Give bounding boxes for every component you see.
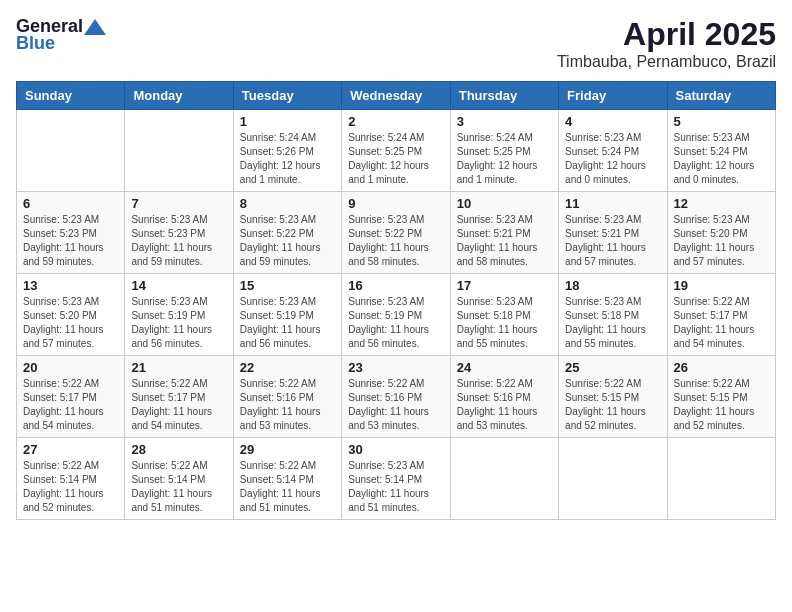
weekday-header-wednesday: Wednesday (342, 82, 450, 110)
weekday-header-tuesday: Tuesday (233, 82, 341, 110)
day-number: 22 (240, 360, 335, 375)
month-title: April 2025 (557, 16, 776, 53)
calendar-cell: 7Sunrise: 5:23 AM Sunset: 5:23 PM Daylig… (125, 192, 233, 274)
day-number: 25 (565, 360, 660, 375)
svg-marker-0 (84, 19, 106, 35)
day-info: Sunrise: 5:24 AM Sunset: 5:25 PM Dayligh… (457, 131, 552, 187)
calendar-cell: 19Sunrise: 5:22 AM Sunset: 5:17 PM Dayli… (667, 274, 775, 356)
logo-blue-text: Blue (16, 33, 55, 54)
calendar-cell: 23Sunrise: 5:22 AM Sunset: 5:16 PM Dayli… (342, 356, 450, 438)
day-info: Sunrise: 5:23 AM Sunset: 5:19 PM Dayligh… (348, 295, 443, 351)
day-number: 12 (674, 196, 769, 211)
day-info: Sunrise: 5:23 AM Sunset: 5:14 PM Dayligh… (348, 459, 443, 515)
day-info: Sunrise: 5:23 AM Sunset: 5:22 PM Dayligh… (240, 213, 335, 269)
calendar-cell: 21Sunrise: 5:22 AM Sunset: 5:17 PM Dayli… (125, 356, 233, 438)
day-number: 27 (23, 442, 118, 457)
calendar-week-2: 6Sunrise: 5:23 AM Sunset: 5:23 PM Daylig… (17, 192, 776, 274)
day-info: Sunrise: 5:23 AM Sunset: 5:20 PM Dayligh… (674, 213, 769, 269)
day-info: Sunrise: 5:23 AM Sunset: 5:24 PM Dayligh… (565, 131, 660, 187)
calendar-cell: 2Sunrise: 5:24 AM Sunset: 5:25 PM Daylig… (342, 110, 450, 192)
calendar-cell: 22Sunrise: 5:22 AM Sunset: 5:16 PM Dayli… (233, 356, 341, 438)
day-info: Sunrise: 5:23 AM Sunset: 5:18 PM Dayligh… (457, 295, 552, 351)
day-number: 3 (457, 114, 552, 129)
day-info: Sunrise: 5:23 AM Sunset: 5:21 PM Dayligh… (565, 213, 660, 269)
day-info: Sunrise: 5:22 AM Sunset: 5:16 PM Dayligh… (240, 377, 335, 433)
calendar-cell (559, 438, 667, 520)
day-info: Sunrise: 5:23 AM Sunset: 5:18 PM Dayligh… (565, 295, 660, 351)
calendar-cell: 26Sunrise: 5:22 AM Sunset: 5:15 PM Dayli… (667, 356, 775, 438)
day-info: Sunrise: 5:23 AM Sunset: 5:19 PM Dayligh… (240, 295, 335, 351)
calendar-cell (450, 438, 558, 520)
calendar-cell: 25Sunrise: 5:22 AM Sunset: 5:15 PM Dayli… (559, 356, 667, 438)
weekday-header-row: SundayMondayTuesdayWednesdayThursdayFrid… (17, 82, 776, 110)
calendar-cell: 18Sunrise: 5:23 AM Sunset: 5:18 PM Dayli… (559, 274, 667, 356)
calendar-week-1: 1Sunrise: 5:24 AM Sunset: 5:26 PM Daylig… (17, 110, 776, 192)
weekday-header-sunday: Sunday (17, 82, 125, 110)
day-number: 23 (348, 360, 443, 375)
calendar-cell: 8Sunrise: 5:23 AM Sunset: 5:22 PM Daylig… (233, 192, 341, 274)
day-number: 17 (457, 278, 552, 293)
calendar-cell: 9Sunrise: 5:23 AM Sunset: 5:22 PM Daylig… (342, 192, 450, 274)
day-info: Sunrise: 5:22 AM Sunset: 5:16 PM Dayligh… (457, 377, 552, 433)
title-area: April 2025 Timbauba, Pernambuco, Brazil (557, 16, 776, 71)
logo: General Blue (16, 16, 107, 54)
calendar-cell: 27Sunrise: 5:22 AM Sunset: 5:14 PM Dayli… (17, 438, 125, 520)
calendar-cell: 16Sunrise: 5:23 AM Sunset: 5:19 PM Dayli… (342, 274, 450, 356)
weekday-header-friday: Friday (559, 82, 667, 110)
day-number: 30 (348, 442, 443, 457)
calendar-cell: 15Sunrise: 5:23 AM Sunset: 5:19 PM Dayli… (233, 274, 341, 356)
day-number: 15 (240, 278, 335, 293)
day-number: 14 (131, 278, 226, 293)
day-number: 21 (131, 360, 226, 375)
calendar-week-3: 13Sunrise: 5:23 AM Sunset: 5:20 PM Dayli… (17, 274, 776, 356)
calendar: SundayMondayTuesdayWednesdayThursdayFrid… (16, 81, 776, 520)
day-info: Sunrise: 5:22 AM Sunset: 5:14 PM Dayligh… (131, 459, 226, 515)
calendar-cell (17, 110, 125, 192)
day-info: Sunrise: 5:23 AM Sunset: 5:24 PM Dayligh… (674, 131, 769, 187)
day-info: Sunrise: 5:24 AM Sunset: 5:26 PM Dayligh… (240, 131, 335, 187)
day-number: 28 (131, 442, 226, 457)
location-title: Timbauba, Pernambuco, Brazil (557, 53, 776, 71)
day-number: 18 (565, 278, 660, 293)
calendar-cell: 10Sunrise: 5:23 AM Sunset: 5:21 PM Dayli… (450, 192, 558, 274)
day-number: 8 (240, 196, 335, 211)
day-number: 20 (23, 360, 118, 375)
day-number: 16 (348, 278, 443, 293)
calendar-week-4: 20Sunrise: 5:22 AM Sunset: 5:17 PM Dayli… (17, 356, 776, 438)
day-info: Sunrise: 5:22 AM Sunset: 5:17 PM Dayligh… (674, 295, 769, 351)
calendar-cell: 6Sunrise: 5:23 AM Sunset: 5:23 PM Daylig… (17, 192, 125, 274)
calendar-cell: 17Sunrise: 5:23 AM Sunset: 5:18 PM Dayli… (450, 274, 558, 356)
day-number: 26 (674, 360, 769, 375)
day-info: Sunrise: 5:22 AM Sunset: 5:17 PM Dayligh… (131, 377, 226, 433)
weekday-header-monday: Monday (125, 82, 233, 110)
day-number: 4 (565, 114, 660, 129)
day-info: Sunrise: 5:22 AM Sunset: 5:15 PM Dayligh… (674, 377, 769, 433)
calendar-cell: 4Sunrise: 5:23 AM Sunset: 5:24 PM Daylig… (559, 110, 667, 192)
day-number: 11 (565, 196, 660, 211)
day-info: Sunrise: 5:23 AM Sunset: 5:21 PM Dayligh… (457, 213, 552, 269)
logo-icon (84, 19, 106, 35)
calendar-cell: 30Sunrise: 5:23 AM Sunset: 5:14 PM Dayli… (342, 438, 450, 520)
day-info: Sunrise: 5:23 AM Sunset: 5:22 PM Dayligh… (348, 213, 443, 269)
calendar-cell: 5Sunrise: 5:23 AM Sunset: 5:24 PM Daylig… (667, 110, 775, 192)
day-info: Sunrise: 5:23 AM Sunset: 5:19 PM Dayligh… (131, 295, 226, 351)
day-info: Sunrise: 5:22 AM Sunset: 5:14 PM Dayligh… (240, 459, 335, 515)
calendar-week-5: 27Sunrise: 5:22 AM Sunset: 5:14 PM Dayli… (17, 438, 776, 520)
calendar-cell: 1Sunrise: 5:24 AM Sunset: 5:26 PM Daylig… (233, 110, 341, 192)
calendar-cell: 29Sunrise: 5:22 AM Sunset: 5:14 PM Dayli… (233, 438, 341, 520)
day-number: 29 (240, 442, 335, 457)
day-number: 24 (457, 360, 552, 375)
weekday-header-thursday: Thursday (450, 82, 558, 110)
day-info: Sunrise: 5:23 AM Sunset: 5:23 PM Dayligh… (23, 213, 118, 269)
weekday-header-saturday: Saturday (667, 82, 775, 110)
day-info: Sunrise: 5:23 AM Sunset: 5:23 PM Dayligh… (131, 213, 226, 269)
day-number: 13 (23, 278, 118, 293)
calendar-cell: 14Sunrise: 5:23 AM Sunset: 5:19 PM Dayli… (125, 274, 233, 356)
day-number: 19 (674, 278, 769, 293)
day-number: 1 (240, 114, 335, 129)
day-number: 5 (674, 114, 769, 129)
day-info: Sunrise: 5:23 AM Sunset: 5:20 PM Dayligh… (23, 295, 118, 351)
day-number: 6 (23, 196, 118, 211)
calendar-cell: 11Sunrise: 5:23 AM Sunset: 5:21 PM Dayli… (559, 192, 667, 274)
day-info: Sunrise: 5:22 AM Sunset: 5:14 PM Dayligh… (23, 459, 118, 515)
